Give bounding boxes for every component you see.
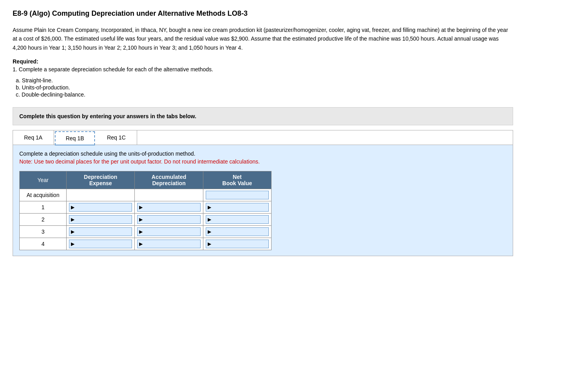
table-header-row: Year Depreciation Expense Accumulated De… — [20, 171, 272, 189]
dep-expense-year2: ▶ — [67, 214, 135, 226]
net-bv-year2: ▶ — [203, 214, 271, 226]
tab-note-black: Complete a depreciation schedule using t… — [19, 151, 506, 157]
acc-dep-acquisition — [135, 189, 203, 201]
required-item: 1. Complete a separate depreciation sche… — [13, 66, 575, 73]
acc-dep-year3-input[interactable] — [143, 229, 198, 235]
acc-dep-year3-input-cell: ▶ — [137, 227, 200, 236]
dep-expense-year2-input-cell: ▶ — [69, 215, 132, 224]
tab-note-red: Note: Use two decimal places for the per… — [19, 158, 506, 165]
dep-expense-year2-input[interactable] — [75, 216, 130, 223]
arrow-icon-acc2: ▶ — [139, 217, 143, 222]
tab-req1a[interactable]: Req 1A — [13, 130, 54, 145]
table-row-acquisition: At acquisition — [20, 189, 272, 201]
list-items: a. Straight-line. b. Units-of-production… — [16, 77, 575, 98]
arrow-icon-dep4: ▶ — [71, 241, 74, 247]
net-bv-year4: ▶ — [203, 238, 271, 250]
net-bv-acquisition-input-cell — [206, 191, 269, 199]
dep-expense-year3: ▶ — [67, 226, 135, 238]
table-row-year2: 2 ▶ ▶ — [20, 214, 272, 226]
dep-expense-year1: ▶ — [67, 201, 135, 214]
dep-expense-year3-input-cell: ▶ — [69, 227, 132, 236]
acc-dep-year3: ▶ — [135, 226, 203, 238]
col-acc-dep: Accumulated Depreciation — [135, 171, 203, 189]
arrow-icon-dep3: ▶ — [71, 229, 74, 234]
acc-dep-year4-input-cell: ▶ — [137, 240, 200, 248]
list-item-c: c. Double-declining-balance. — [16, 91, 575, 98]
dep-expense-year4-input[interactable] — [75, 241, 130, 247]
year-label-acquisition: At acquisition — [20, 189, 67, 201]
col-net-bv: Net Book Value — [203, 171, 271, 189]
tab-req1b[interactable]: Req 1B — [55, 131, 95, 145]
tabs-row: Req 1A Req 1B Req 1C — [13, 130, 513, 145]
required-label: Required: — [13, 58, 575, 65]
net-bv-year3-input-cell: ▶ — [206, 227, 269, 236]
net-bv-year4-input[interactable] — [212, 241, 267, 247]
net-bv-year3-input[interactable] — [212, 229, 267, 235]
net-bv-year4-input-cell: ▶ — [206, 240, 269, 248]
year-label-4: 4 — [20, 238, 67, 250]
tabs-container: Req 1A Req 1B Req 1C Complete a deprecia… — [13, 130, 513, 256]
arrow-icon-dep1: ▶ — [71, 205, 74, 210]
acc-dep-year1: ▶ — [135, 201, 203, 214]
net-bv-year2-input-cell: ▶ — [206, 215, 269, 224]
acc-dep-year1-input-cell: ▶ — [137, 203, 200, 212]
list-item-b: b. Units-of-production. — [16, 84, 575, 91]
arrow-icon-nbv4: ▶ — [208, 241, 211, 247]
year-label-2: 2 — [20, 214, 67, 226]
table-row-year4: 4 ▶ ▶ — [20, 238, 272, 250]
tab-req1c[interactable]: Req 1C — [96, 130, 137, 145]
net-bv-acquisition-input[interactable] — [208, 192, 267, 198]
arrow-icon-acc3: ▶ — [139, 229, 143, 234]
net-bv-year1-input[interactable] — [212, 204, 267, 210]
year-label-1: 1 — [20, 201, 67, 214]
acc-dep-year4-input[interactable] — [143, 241, 198, 247]
year-label-3: 3 — [20, 226, 67, 238]
arrow-icon-acc4: ▶ — [139, 241, 143, 247]
col-dep-expense: Depreciation Expense — [67, 171, 135, 189]
arrow-icon-nbv1: ▶ — [208, 205, 211, 210]
tab-content-area: Complete a depreciation schedule using t… — [13, 145, 513, 256]
net-bv-acquisition — [203, 189, 271, 201]
arrow-icon-nbv3: ▶ — [208, 229, 211, 234]
arrow-icon-nbv2: ▶ — [208, 217, 211, 222]
col-year: Year — [20, 171, 67, 189]
net-bv-year1: ▶ — [203, 201, 271, 214]
net-bv-year2-input[interactable] — [212, 216, 267, 223]
acc-dep-year1-input[interactable] — [143, 204, 198, 210]
dep-expense-year1-input-cell: ▶ — [69, 203, 132, 212]
net-bv-year1-input-cell: ▶ — [206, 203, 269, 212]
instruction-box: Complete this question by entering your … — [13, 107, 513, 125]
page-title: E8-9 (Algo) Computing Depreciation under… — [13, 9, 575, 18]
dep-expense-year4: ▶ — [67, 238, 135, 250]
problem-text: Assume Plain Ice Cream Company, Incorpor… — [13, 26, 509, 52]
dep-expense-year3-input[interactable] — [75, 229, 130, 235]
acc-dep-year2-input[interactable] — [143, 216, 198, 223]
table-row-year1: 1 ▶ ▶ — [20, 201, 272, 214]
arrow-icon-acc1: ▶ — [139, 205, 143, 210]
acc-dep-year4: ▶ — [135, 238, 203, 250]
acc-dep-year2-input-cell: ▶ — [137, 215, 200, 224]
arrow-icon-dep2: ▶ — [71, 217, 74, 222]
depreciation-table: Year Depreciation Expense Accumulated De… — [19, 171, 272, 250]
dep-expense-year4-input-cell: ▶ — [69, 240, 132, 248]
net-bv-year3: ▶ — [203, 226, 271, 238]
depreciation-table-wrapper: Year Depreciation Expense Accumulated De… — [19, 171, 272, 250]
table-row-year3: 3 ▶ ▶ — [20, 226, 272, 238]
dep-expense-acquisition — [67, 189, 135, 201]
acc-dep-year2: ▶ — [135, 214, 203, 226]
list-item-a: a. Straight-line. — [16, 77, 575, 84]
dep-expense-year1-input[interactable] — [75, 204, 130, 210]
